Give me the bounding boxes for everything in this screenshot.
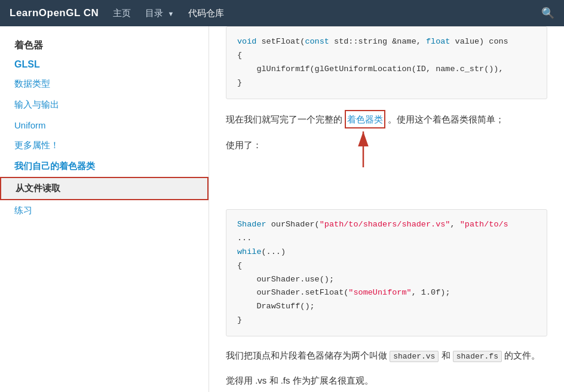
sidebar-item-more-attrs[interactable]: 更多属性！ xyxy=(0,135,209,156)
sidebar-item-read-from-file[interactable]: 从文件读取 xyxy=(0,177,209,200)
sidebar-item-datatypes[interactable]: 数据类型 xyxy=(0,74,209,94)
code-line-3: glUniform1f(glGetUniformLocation(ID, nam… xyxy=(237,63,536,76)
top-navigation: LearnOpenGL CN 主页 目录 ▼ 代码仓库 🔍 xyxy=(0,0,564,26)
nav-home[interactable]: 主页 xyxy=(113,8,131,19)
toc-dropdown-arrow: ▼ xyxy=(168,10,174,17)
site-logo[interactable]: LearnOpenGL CN xyxy=(10,7,99,19)
code-line-2: { xyxy=(237,49,536,63)
page-layout: 着色器 GLSL 数据类型 输入与输出 Uniform 更多属性！ 我们自己的着… xyxy=(0,26,564,392)
main-content: void setFloat(const std::string &name, f… xyxy=(209,26,564,392)
code-main-line-7: DrawStuff(); xyxy=(237,300,536,314)
code-main-line-1: Shader ourShader("path/to/shaders/shader… xyxy=(237,218,536,232)
search-icon[interactable]: 🔍 xyxy=(541,7,554,20)
code-main-line-5: ourShader.use(); xyxy=(237,273,536,287)
sidebar-item-glsl[interactable]: GLSL xyxy=(0,56,209,74)
sidebar-item-shaders[interactable]: 着色器 xyxy=(0,36,209,56)
sidebar-item-io[interactable]: 输入与输出 xyxy=(0,94,209,115)
paragraph-2-line2: 觉得用 .vs 和 .fs 作为扩展名很直观。 xyxy=(226,372,547,388)
sidebar-item-uniform[interactable]: Uniform xyxy=(0,115,209,135)
code-main-line-4: { xyxy=(237,259,536,273)
code-block-top: void setFloat(const std::string &name, f… xyxy=(226,26,547,99)
para1-after: 。使用这个着色器类很简单； xyxy=(388,114,504,124)
paragraph-2: 我们把顶点和片段着色器储存为两个叫做 shader.vs 和 shader.fs… xyxy=(226,347,547,363)
code-main-line-6: ourShader.setFloat("someUniform", 1.0f); xyxy=(237,286,536,300)
inline-code-fs: shader.fs xyxy=(453,351,502,362)
code-main-line-2: ... xyxy=(237,232,536,246)
nav-code-repo[interactable]: 代码仓库 xyxy=(188,8,224,19)
shader-class-link[interactable]: 着色器类 xyxy=(347,114,383,124)
nav-toc[interactable]: 目录 ▼ xyxy=(145,8,174,19)
sidebar-item-exercises[interactable]: 练习 xyxy=(0,200,209,221)
annotation-arrow xyxy=(226,161,547,209)
code-block-main: Shader ourShader("path/to/shaders/shader… xyxy=(226,209,547,337)
inline-code-vs: shader.vs xyxy=(390,351,439,362)
code-line-1: void setFloat(const std::string &name, f… xyxy=(237,35,536,49)
code-main-line-3: while(...) xyxy=(237,246,536,259)
sidebar-item-shader-class[interactable]: 我们自己的着色器类 xyxy=(0,156,209,177)
para1-before: 现在我们就写完了一个完整的 xyxy=(226,114,342,124)
arrow-svg xyxy=(357,125,489,170)
sidebar: 着色器 GLSL 数据类型 输入与输出 Uniform 更多属性！ 我们自己的着… xyxy=(0,26,209,392)
code-line-4: } xyxy=(237,76,536,90)
code-main-line-8: } xyxy=(237,314,536,327)
